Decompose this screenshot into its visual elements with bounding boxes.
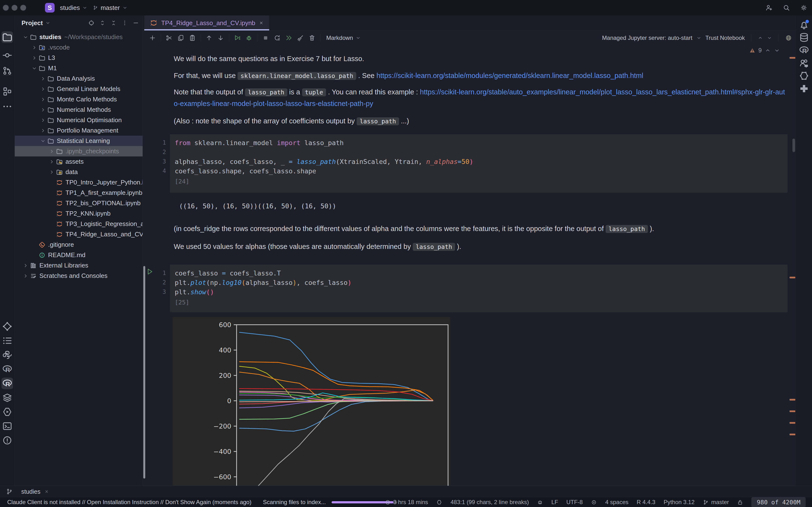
close-icon[interactable]: [44, 489, 49, 494]
project-panel-title[interactable]: Project: [21, 19, 43, 27]
services-tool-icon[interactable]: [1, 406, 13, 418]
python-console-tool-icon[interactable]: [1, 349, 13, 361]
globe-icon[interactable]: [785, 34, 792, 42]
tree-item-general-linear-models[interactable]: General Linear Models: [15, 84, 143, 94]
graph-tool-icon[interactable]: [1, 321, 13, 332]
warning-stripe-mark[interactable]: [790, 410, 795, 412]
run-cell-button[interactable]: [232, 32, 243, 44]
chevron-right-icon[interactable]: [21, 273, 30, 279]
tree-item-assets[interactable]: assets: [15, 157, 143, 167]
code-line[interactable]: 4coefs_lasso.shape, coefs_lasso.shape: [149, 166, 788, 176]
tree-item-tp3-logistic-regression-an[interactable]: TP3_Logistic_Regression_an: [15, 219, 143, 229]
cell-type-dropdown[interactable]: Markdown: [326, 35, 361, 41]
settings-gear-icon[interactable]: [800, 4, 808, 12]
search-everywhere-icon[interactable]: [782, 4, 790, 12]
tree-item-vscode[interactable]: .vscode: [15, 42, 143, 53]
move-cell-up-button[interactable]: [203, 32, 215, 44]
chevron-right-icon[interactable]: [30, 55, 39, 61]
restart-kernel-button[interactable]: [271, 32, 283, 44]
inspections-widget[interactable]: 9: [749, 47, 780, 54]
chevron-down-icon[interactable]: [30, 65, 39, 71]
chevron-right-icon[interactable]: [48, 149, 56, 154]
collapse-all-icon[interactable]: [110, 19, 117, 26]
warning-stripe-mark[interactable]: [790, 399, 795, 400]
status-encoding[interactable]: UTF-8: [566, 499, 582, 506]
notifications-tool-icon[interactable]: [798, 19, 810, 31]
tree-item-numerical-methods[interactable]: Numerical Methods: [15, 105, 143, 115]
terminal-tool-icon[interactable]: [1, 420, 13, 432]
chevron-right-icon[interactable]: [39, 86, 47, 92]
expand-all-icon[interactable]: [99, 19, 106, 26]
r-console-tool-icon[interactable]: R: [1, 363, 13, 375]
copy-cell-button[interactable]: [175, 32, 187, 44]
plugins-tool-icon[interactable]: [798, 83, 810, 95]
tree-item-tp2-knn-ipynb[interactable]: TP2_KNN.ipynb: [15, 208, 143, 219]
code-line[interactable]: 3alphas_lasso, coefs_lasso, _ = lasso_pa…: [149, 157, 788, 166]
warning-stripe-mark[interactable]: [790, 57, 795, 59]
chevron-right-icon[interactable]: [39, 76, 47, 81]
code-cell-1[interactable]: 1from sklearn.linear_model import lasso_…: [149, 134, 788, 193]
delete-cell-button[interactable]: [306, 32, 318, 44]
close-window-button[interactable]: [3, 5, 9, 11]
paste-cell-button[interactable]: [187, 32, 198, 44]
chevron-right-icon[interactable]: [39, 107, 47, 113]
minimize-window-button[interactable]: [12, 5, 17, 11]
problems-tool-icon[interactable]: [1, 435, 13, 446]
tree-item-l3[interactable]: L3: [15, 53, 143, 63]
status-python-interpreter[interactable]: Python 3.12: [664, 499, 695, 506]
prev-cell-icon[interactable]: [758, 35, 763, 41]
debug-cell-button[interactable]: [243, 32, 255, 44]
add-cell-button[interactable]: [147, 32, 158, 44]
chevron-right-icon[interactable]: [39, 117, 47, 123]
status-caret-position[interactable]: 483:1 (99 chars, 2 line breaks): [451, 499, 529, 506]
status-write-access[interactable]: [737, 499, 743, 505]
git-tool-window-tab[interactable]: studies: [21, 488, 49, 495]
chevron-right-icon[interactable]: [21, 263, 30, 269]
options-kebab-icon[interactable]: [121, 19, 128, 26]
run-all-button[interactable]: [283, 32, 295, 44]
status-memory-indicator[interactable]: 980 of 4200M: [751, 497, 806, 507]
commit-tool-icon[interactable]: [1, 50, 13, 61]
indexing-status[interactable]: Scanning files to index...: [263, 497, 397, 507]
next-warning-icon[interactable]: [774, 47, 780, 54]
tree-item-monte-carlo-methods[interactable]: Monte Carlo Methods: [15, 94, 143, 105]
clear-outputs-button[interactable]: [295, 32, 306, 44]
tree-item-studies[interactable]: studies~/Workspace/studies: [15, 32, 143, 42]
more-tool-windows-tool-icon[interactable]: [1, 101, 13, 112]
zoom-window-button[interactable]: [20, 5, 26, 11]
collaboration-tool-icon[interactable]: [798, 57, 810, 69]
project-selector[interactable]: studies: [60, 4, 88, 12]
status-line-separator[interactable]: LF: [551, 499, 558, 506]
code-line[interactable]: 3plt.show(): [149, 287, 788, 297]
status-highlighting-level[interactable]: [591, 499, 597, 505]
cut-cell-button[interactable]: [163, 32, 175, 44]
tree-item-data[interactable]: data: [15, 167, 143, 177]
tree-item-ipynb-checkpoints[interactable]: .ipynb_checkpoints: [15, 146, 143, 157]
tree-item-external-libraries[interactable]: External Libraries: [15, 260, 143, 271]
r-tools-tool-icon[interactable]: R: [1, 378, 13, 389]
code-line[interactable]: 2plt.plot(np.log10(alphas_lasso), coefs_…: [149, 278, 788, 287]
code-with-me-icon[interactable]: [765, 4, 773, 12]
tree-item-tp2-bis-optional-ipynb[interactable]: TP2_bis_OPTIONAL.ipynb: [15, 198, 143, 208]
prev-warning-icon[interactable]: [765, 47, 771, 54]
tree-item-data-analysis[interactable]: Data Analysis: [15, 73, 143, 84]
tree-item-scratches-and-consoles[interactable]: Scratches and Consoles: [15, 271, 143, 281]
branch-selector[interactable]: master: [93, 4, 128, 12]
chevron-down-icon[interactable]: [21, 34, 30, 40]
move-cell-down-button[interactable]: [215, 32, 226, 44]
code-cell-2[interactable]: 1coefs_lasso = coefs_lasso.T2plt.plot(np…: [149, 265, 788, 312]
locate-file-icon[interactable]: [88, 19, 95, 26]
tree-item-gitignore[interactable]: .gitignore: [15, 239, 143, 250]
trust-notebook-button[interactable]: Trust Notebook: [705, 35, 745, 41]
chevron-down-icon[interactable]: [45, 20, 51, 25]
chevron-down-icon[interactable]: [39, 138, 47, 144]
chevron-right-icon[interactable]: [39, 97, 47, 102]
project-tool-icon[interactable]: [1, 32, 13, 43]
tree-item-numerical-optimisation[interactable]: Numerical Optimisation: [15, 115, 143, 125]
structure-tool-icon[interactable]: [1, 86, 13, 97]
tree-item-tp4-ridge-lasso-and-cv-ipy[interactable]: TP4_Ridge_Lasso_and_CV.ipy: [15, 229, 143, 239]
status-r-version[interactable]: R 4.4.3: [637, 499, 655, 506]
database-tool-icon[interactable]: [798, 32, 810, 43]
next-cell-icon[interactable]: [767, 35, 772, 41]
tree-item-readme-md[interactable]: README.md: [15, 250, 143, 260]
